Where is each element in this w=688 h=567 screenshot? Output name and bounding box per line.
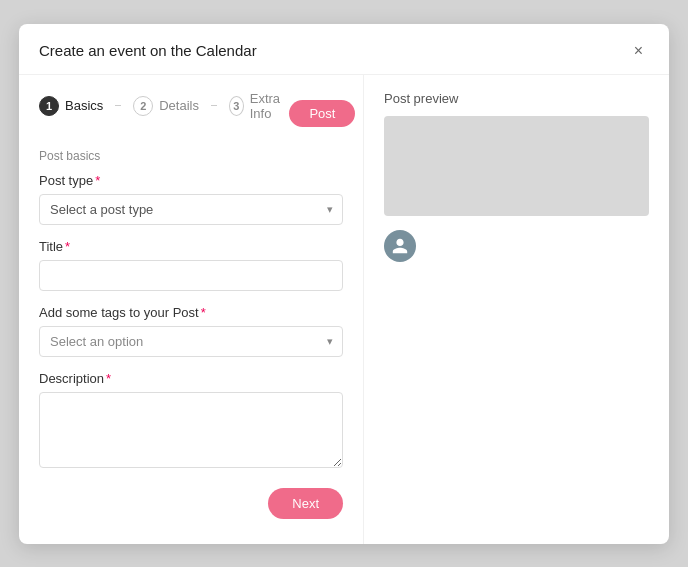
tags-required-marker: * — [201, 305, 206, 320]
post-type-field: Post type* Select a post type Event Arti… — [39, 173, 343, 225]
step-circle-1: 1 — [39, 96, 59, 116]
step-circle-3: 3 — [229, 96, 244, 116]
step-label-basics: Basics — [65, 98, 103, 113]
section-label: Post basics — [39, 149, 343, 163]
right-panel: Post preview — [364, 75, 669, 544]
post-type-label: Post type* — [39, 173, 343, 188]
modal-title: Create an event on the Calendar — [39, 42, 257, 59]
tags-field: Add some tags to your Post* Select an op… — [39, 305, 343, 357]
step-circle-2: 2 — [133, 96, 153, 116]
person-icon — [391, 237, 409, 255]
form-actions: Next — [39, 488, 343, 519]
step-extra-info: 3 Extra Info — [229, 91, 289, 121]
step-label-extra: Extra Info — [250, 91, 290, 121]
modal: Create an event on the Calendar × 1 Basi… — [19, 24, 669, 544]
modal-header: Create an event on the Calendar × — [19, 24, 669, 75]
close-button[interactable]: × — [628, 40, 649, 62]
post-button[interactable]: Post — [289, 100, 355, 127]
title-input[interactable] — [39, 260, 343, 291]
modal-body: 1 Basics 2 Details — [19, 75, 669, 544]
step-divider-1 — [115, 105, 121, 106]
preview-label: Post preview — [384, 91, 649, 106]
modal-overlay: Create an event on the Calendar × 1 Basi… — [0, 0, 688, 567]
description-field: Description* — [39, 371, 343, 472]
next-button[interactable]: Next — [268, 488, 343, 519]
left-panel: 1 Basics 2 Details — [19, 75, 364, 544]
desc-required-marker: * — [106, 371, 111, 386]
step-details: 2 Details — [133, 96, 199, 116]
required-marker: * — [95, 173, 100, 188]
title-field: Title* — [39, 239, 343, 291]
title-label: Title* — [39, 239, 343, 254]
tags-label: Add some tags to your Post* — [39, 305, 343, 320]
steps: 1 Basics 2 Details — [39, 91, 289, 121]
post-type-select-wrapper: Select a post type Event Article Announc… — [39, 194, 343, 225]
preview-image — [384, 116, 649, 216]
tags-select-wrapper: Select an option Tag 1 Tag 2 Tag 3 ▾ — [39, 326, 343, 357]
post-type-select[interactable]: Select a post type Event Article Announc… — [39, 194, 343, 225]
step-label-details: Details — [159, 98, 199, 113]
description-textarea[interactable] — [39, 392, 343, 468]
tags-select[interactable]: Select an option Tag 1 Tag 2 Tag 3 — [39, 326, 343, 357]
step-basics: 1 Basics — [39, 96, 103, 116]
steps-row: 1 Basics 2 Details — [39, 91, 343, 137]
step-divider-2 — [211, 105, 217, 106]
title-required-marker: * — [65, 239, 70, 254]
avatar — [384, 230, 416, 262]
description-label: Description* — [39, 371, 343, 386]
